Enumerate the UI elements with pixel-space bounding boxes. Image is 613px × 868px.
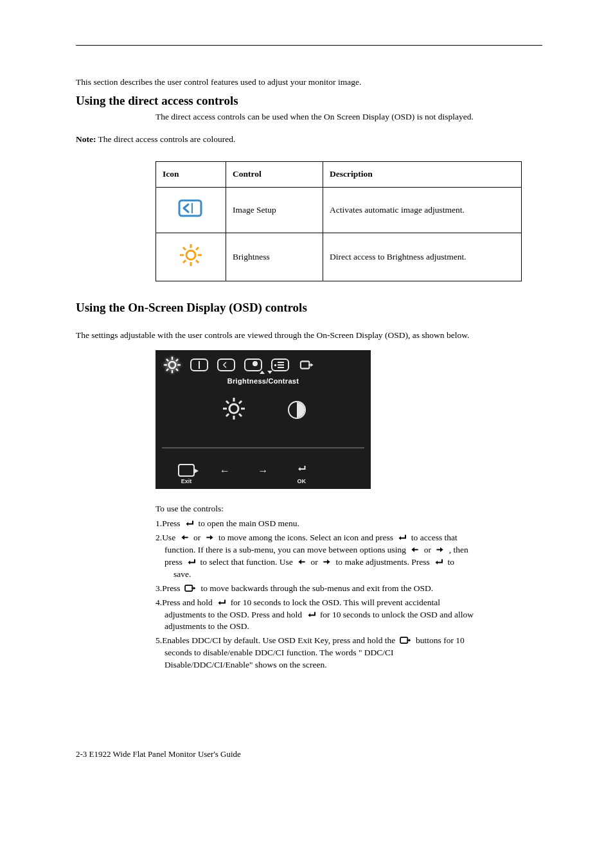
osd-imagesetup-icon	[216, 357, 236, 373]
osd-options-icon	[270, 357, 290, 373]
th-icon: Icon	[156, 162, 226, 188]
section1-lead: The direct access controls can be used w…	[155, 111, 542, 123]
table-header-row: Icon Control Description	[156, 162, 522, 188]
osd-mid-icons	[155, 396, 371, 421]
osd-position-icon	[189, 357, 209, 373]
osd-top-icons	[155, 350, 371, 373]
exit-icon	[184, 583, 197, 593]
section1-title: Using the direct access controls	[76, 93, 542, 110]
direct-access-table: Icon Control Description Image Setup Act…	[155, 161, 522, 281]
enter-icon	[184, 518, 195, 528]
step-5: 5.Enables DDC/CI by default. Use OSD Exi…	[155, 635, 542, 671]
enter-icon	[433, 557, 444, 567]
section2-title: Using the On-Screen Display (OSD) contro…	[76, 299, 542, 317]
image-setup-icon	[156, 188, 226, 233]
table-row: Image Setup Activates automatic image ad…	[156, 188, 522, 233]
osd-exit-button: Exit	[167, 464, 206, 486]
enter-icon	[216, 598, 227, 607]
left-arrow-icon	[296, 557, 307, 567]
enter-icon	[396, 533, 407, 542]
osd-left-button: ←	[206, 464, 244, 478]
table-row: Brightness Direct access to Brightness a…	[156, 233, 522, 281]
osd-contrast-icon	[288, 401, 306, 419]
osd-brightness-large-icon	[221, 396, 247, 421]
osd-bottom-row: Exit ← → OK	[155, 464, 371, 486]
osd-title: Brightness/Contrast	[155, 376, 371, 386]
note: Note: The direct access controls are col…	[76, 134, 542, 146]
enter-icon	[306, 610, 317, 619]
right-arrow-icon	[321, 557, 332, 567]
osd-ok-button: OK	[282, 464, 321, 485]
row1-desc: Direct access to Brightness adjustment.	[323, 233, 522, 281]
step-2: 2.Use or to move among the icons. Select…	[155, 532, 542, 581]
row0-control: Image Setup	[226, 188, 323, 233]
steps-intro: To use the controls:	[155, 503, 542, 515]
osd-right-button: →	[244, 464, 283, 478]
osd-exit-icon	[297, 357, 317, 373]
left-arrow-icon	[409, 545, 420, 554]
exit-icon	[399, 635, 413, 645]
brightness-icon	[156, 233, 226, 281]
step-3: 3.Press to move backwards through the su…	[155, 583, 542, 595]
page-header-rule	[76, 45, 542, 46]
row0-desc: Activates automatic image adjustment.	[323, 188, 522, 233]
section2-lead: The settings adjustable with the user co…	[76, 330, 542, 342]
note-text: The direct access controls are coloured.	[96, 134, 235, 144]
th-control: Control	[226, 162, 323, 188]
page-footer: 2-3 E1922 Wide Flat Panel Monitor User's…	[76, 748, 542, 760]
osd-divider	[162, 447, 364, 448]
row1-control: Brightness	[226, 233, 323, 281]
intro-text: This section describes the user control …	[76, 76, 542, 89]
osd-brightness-icon	[162, 357, 182, 373]
step-1: 1.Press to open the main OSD menu.	[155, 518, 542, 530]
steps-list: 1.Press to open the main OSD menu. 2.Use…	[155, 518, 542, 671]
right-arrow-icon	[204, 533, 215, 542]
right-arrow-icon	[434, 545, 445, 554]
th-description: Description	[323, 162, 522, 188]
enter-icon	[186, 557, 197, 567]
note-label: Note:	[76, 134, 96, 144]
step-4: 4.Press and hold for 10 seconds to lock …	[155, 597, 542, 633]
left-arrow-icon	[179, 533, 190, 542]
osd-panel: Brightness/Contrast Exit ← → OK	[155, 350, 371, 489]
